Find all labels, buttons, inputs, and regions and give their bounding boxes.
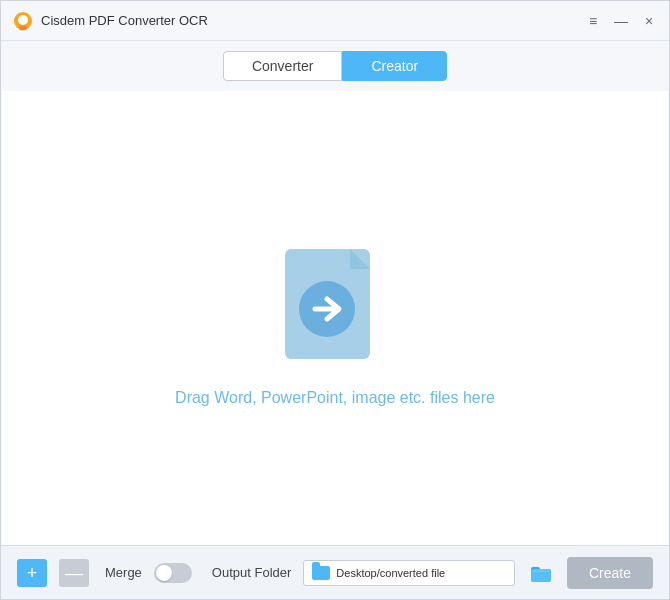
app-logo <box>13 11 33 31</box>
menu-button[interactable]: ≡ <box>585 13 601 29</box>
tab-converter[interactable]: Converter <box>223 51 342 81</box>
tab-creator[interactable]: Creator <box>342 51 447 81</box>
browse-folder-button[interactable] <box>527 560 555 586</box>
merge-toggle[interactable] <box>154 563 192 583</box>
svg-point-2 <box>19 25 27 30</box>
bottom-bar: + — Merge Output Folder Desktop/converte… <box>1 545 669 599</box>
title-bar: Cisdem PDF Converter OCR ≡ — × <box>1 1 669 41</box>
toggle-thumb <box>156 565 172 581</box>
minimize-button[interactable]: — <box>613 13 629 29</box>
main-content: Drag Word, PowerPoint, image etc. files … <box>2 91 668 545</box>
app-title: Cisdem PDF Converter OCR <box>41 13 585 28</box>
tab-bar: Converter Creator <box>1 41 669 91</box>
drop-zone[interactable]: Drag Word, PowerPoint, image etc. files … <box>175 229 495 407</box>
folder-open-icon <box>530 563 552 583</box>
close-button[interactable]: × <box>641 13 657 29</box>
drop-hint: Drag Word, PowerPoint, image etc. files … <box>175 389 495 407</box>
folder-icon <box>312 566 330 580</box>
add-button[interactable]: + <box>17 559 47 587</box>
merge-label: Merge <box>105 565 142 580</box>
window-controls: ≡ — × <box>585 13 657 29</box>
output-folder-label: Output Folder <box>212 565 292 580</box>
output-path-text: Desktop/converted file <box>336 567 445 579</box>
output-path-display: Desktop/converted file <box>303 560 515 586</box>
remove-button[interactable]: — <box>59 559 89 587</box>
app-window: Cisdem PDF Converter OCR ≡ — × Converter… <box>0 0 670 600</box>
file-icon <box>275 229 395 369</box>
create-button[interactable]: Create <box>567 557 653 589</box>
svg-point-1 <box>18 15 28 25</box>
